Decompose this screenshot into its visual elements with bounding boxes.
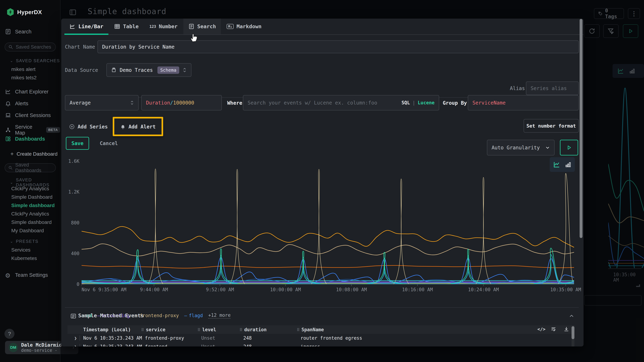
aggregation-select[interactable]: Average [65,95,139,110]
brand[interactable]: HyperDX [6,8,42,16]
sidebar-item-service-map[interactable]: Service Map BETA [5,124,60,136]
line-chart-icon [70,23,76,29]
cell-spanname[interactable]: ingress [300,344,320,347]
preset-item[interactable]: Services [11,247,30,253]
granularity-select[interactable]: Auto Granularity [487,140,554,156]
search-icon [8,165,13,170]
saved-searches-header[interactable]: ⌄ SAVED SEARCHES [10,58,60,63]
service-map-icon [5,127,11,133]
data-source-label: Data Source [65,67,98,73]
save-button[interactable]: Save [66,137,89,150]
drag-handle-icon[interactable]: ⠿ [240,328,242,332]
col-spanname[interactable]: ⠿SpanName [297,327,324,332]
saved-searches-placeholder: Saved Searches [16,44,51,50]
dashboard-item-active[interactable]: Simple dashboard [11,203,55,208]
bell-icon [5,100,11,107]
saved-search-item[interactable]: mikes tets2 [11,75,37,81]
col-duration[interactable]: ⠿duration [240,327,266,332]
collapse-section-icon[interactable] [569,313,574,319]
cell-duration[interactable]: 248 [243,344,252,347]
x-tick-label: 10:16:00 AM [402,287,433,292]
help-button[interactable]: ? [4,329,14,339]
expand-row-icon[interactable]: ❯ [74,336,77,341]
mouse-cursor-hand [189,32,198,42]
chevron-down-icon [545,145,550,150]
saved-searches-input[interactable]: Saved Searches [5,42,56,51]
dashboard-item[interactable]: Simple Dashboard [11,194,52,200]
drag-handle-icon[interactable]: ⠿ [297,328,300,332]
cancel-button[interactable]: Cancel [96,137,121,150]
cell-level[interactable]: Unset [201,335,215,341]
database-icon [111,67,116,73]
sidebar-item-label: Service Map [15,124,42,136]
saved-search-item[interactable]: mikes alert [11,66,36,72]
tab-table[interactable]: Table [109,18,144,34]
dashboard-item[interactable]: My Dashboard [11,228,44,233]
presets-header[interactable]: ⌄ PRESETS [10,239,38,244]
download-icon[interactable] [564,326,569,332]
col-level[interactable]: ⠿level [198,327,216,332]
dashboard-item[interactable]: ClickPy Analytics [11,211,49,217]
alias-label: Alias [510,85,525,91]
cell-level[interactable]: Unset [201,344,215,347]
alias-input[interactable]: Series alias [526,81,579,95]
formula-field: Duration [146,100,170,106]
sql-mode-button[interactable]: SQL [402,100,410,105]
cell-spanname[interactable]: router frontend egress [300,335,362,341]
plus-icon: + [10,151,14,157]
cell-timestamp[interactable]: Nov 6 10:35:23.243 AM [80,335,142,341]
cell-timestamp[interactable]: Nov 6 10:35:23.243 AM [80,344,142,347]
play-icon [566,145,572,151]
formula-input[interactable]: Duration/1000000 [141,95,222,110]
lucene-mode-button[interactable]: Lucene [418,100,434,105]
tab-number[interactable]: 123 Number [144,18,183,34]
code-view-icon[interactable]: </> [538,327,546,332]
drag-handle-icon[interactable]: ⠿ [141,328,144,332]
x-tick-label: 9:52:00 AM [206,287,234,292]
cell-service[interactable]: frontend-proxy [145,335,184,341]
dashboards-icon [5,136,11,142]
add-alert-button[interactable]: Add Alert [115,120,161,133]
cell-service[interactable]: frontend [145,344,167,347]
set-number-format-button[interactable]: Set number format [524,119,579,133]
add-series-button[interactable]: Add Series [67,120,110,133]
expand-row-icon[interactable]: ❯ [74,344,77,347]
modal-scrollbar-thumb[interactable] [580,19,582,238]
sidebar-item-label: Search [15,29,32,35]
chart-name-input[interactable]: Duration by Service Name [98,40,579,53]
tab-search[interactable]: Search [183,18,221,34]
dashboard-item[interactable]: Simple dashboard [11,219,52,225]
saved-dashboards-input[interactable]: Saved Dashboards [5,163,56,172]
sidebar-item-label: Alerts [15,101,28,107]
table-icon [114,23,120,29]
legend-dash: — [184,313,187,318]
dashboard-item[interactable]: ClickPy Analytics [11,186,49,191]
create-dashboard-button[interactable]: + Create Dashboard [10,151,58,157]
timeseries-chart[interactable] [82,161,574,286]
y-tick-label: 1.6K [63,159,80,164]
sidebar-item-alerts[interactable]: Alerts [5,100,28,107]
col-timestamp[interactable]: Timestamp (Local) [83,327,131,332]
group-by-input[interactable]: ServiceName [468,95,579,110]
chart-editor-modal: Line/Bar Table 123 Number Search M↓ Ma [61,18,584,347]
where-label: Where [227,100,242,106]
drag-handle-icon[interactable]: ⠿ [198,328,200,332]
sidebar-item-chart-explorer[interactable]: Chart Explorer [5,89,48,95]
preset-item[interactable]: Kubernetes [11,255,37,261]
sidebar-item-dashboards[interactable]: Dashboards [5,136,45,142]
tab-markdown[interactable]: M↓ Markdown [222,18,266,34]
legend-more-link[interactable]: +12 more [208,313,230,319]
run-query-button[interactable] [560,140,578,156]
events-scrollbar-thumb[interactable] [572,326,574,339]
data-source-select[interactable]: Demo Traces Schema [106,63,192,77]
tab-line-bar[interactable]: Line/Bar [64,18,108,34]
col-service[interactable]: ⠿service [141,327,166,332]
legend-item[interactable]: —flagd [184,313,203,318]
where-search-input[interactable]: Search your events w/ Lucene ex. column:… [243,95,439,110]
sidebar-item-client-sessions[interactable]: Client Sessions [5,112,51,118]
app-screen: Simple dashboard 0 Tags ⋮ 10:35:00 AM H [0,0,644,362]
sidebar-item-search[interactable]: Search [5,29,32,35]
cell-duration[interactable]: 248 [243,335,252,341]
wrap-lines-icon[interactable] [550,326,556,332]
sidebar-item-team-settings[interactable]: ⚙ Team Settings [5,272,48,278]
